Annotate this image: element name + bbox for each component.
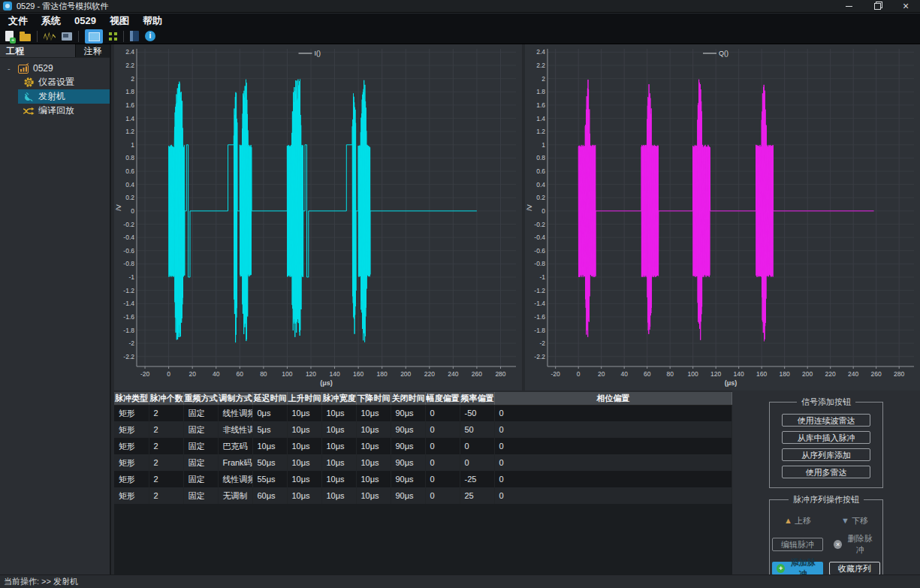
tab-project[interactable]: 工程 [0, 44, 75, 57]
table-cell: 2 [149, 471, 183, 487]
new-file-icon[interactable] [5, 31, 14, 41]
window-controls: × [834, 0, 920, 13]
sidebar-tabs: 工程 注释 [0, 44, 110, 58]
table-cell: 矩形 [114, 471, 149, 487]
move-down-button[interactable]: ▼下移 [829, 514, 880, 527]
table-cell: 0 [494, 487, 732, 504]
svg-text:2.4: 2.4 [536, 48, 545, 56]
project-tree: -0529仪器设置发射机编译回放 [0, 58, 110, 118]
edit-pulse-button[interactable]: 编辑脉冲 [772, 538, 823, 551]
menu-item-view[interactable]: 视图 [103, 14, 136, 29]
column-header-11[interactable]: 相位偏置 [494, 392, 732, 405]
svg-text:240: 240 [448, 370, 458, 378]
close-button[interactable]: × [891, 0, 920, 13]
svg-text:180: 180 [377, 370, 388, 378]
tree-item-label: 发射机 [38, 90, 65, 103]
tree-item-transmitter[interactable]: 发射机 [18, 89, 110, 104]
svg-text:1: 1 [541, 141, 545, 149]
svg-text:-0.8: -0.8 [534, 260, 545, 267]
app-logo-icon [3, 2, 12, 11]
waveform-plot: 2.42.221.81.61.41.210.80.60.40.20-0.2-0.… [114, 44, 522, 390]
add-from-sequence-library-button[interactable]: 从序列库添加 [782, 448, 870, 461]
table-cell: 90μs [391, 454, 425, 471]
table-cell: 50 [460, 421, 494, 438]
tree-item-label: 仪器设置 [38, 76, 74, 89]
column-header-4[interactable]: 延迟时间 [252, 392, 287, 405]
table-cell: -25 [460, 471, 494, 487]
restore-button[interactable] [863, 0, 891, 13]
table-cell: 10μs [356, 454, 391, 471]
use-cw-radar-button[interactable]: 使用连续波雷达 [782, 414, 870, 427]
svg-text:0.6: 0.6 [536, 167, 545, 175]
open-folder-icon[interactable] [20, 34, 31, 41]
grid-dots-icon[interactable] [109, 32, 117, 41]
notebook-icon[interactable] [130, 31, 139, 41]
tab-notes[interactable]: 注释 [75, 44, 110, 57]
table-row[interactable]: 矩形2固定巴克码10μs10μs10μs10μs90μs000 [114, 438, 732, 454]
column-header-2[interactable]: 重频方式 [183, 392, 218, 405]
table-row[interactable]: 矩形2固定线性调频55μs10μs10μs10μs90μs0-250 [114, 471, 732, 487]
column-header-9[interactable]: 幅度偏置 [425, 392, 460, 405]
table-row[interactable]: 矩形2固定Frank码50μs10μs10μs10μs90μs000 [114, 454, 732, 471]
table-row[interactable]: 矩形2固定线性调频0μs10μs10μs10μs90μs0-500 [114, 405, 732, 421]
menu-item-0529[interactable]: 0529 [68, 14, 103, 29]
column-header-0[interactable]: 脉冲类型 [114, 392, 149, 405]
screenshot-monitor-icon[interactable] [62, 32, 72, 41]
table-cell: 60μs [252, 487, 287, 504]
tree-item-instrument-settings[interactable]: 仪器设置 [18, 75, 110, 89]
table-cell: 10μs [252, 438, 287, 454]
status-bar: 当前操作: >> 发射机 [0, 574, 920, 588]
move-up-button[interactable]: ▲上移 [772, 514, 823, 527]
svg-text:(μs): (μs) [725, 379, 738, 387]
pulse-ops-group-title: 脉冲序列操作按钮 [789, 494, 864, 505]
table-row[interactable]: 矩形2固定无调制60μs10μs10μs10μs90μs0250 [114, 487, 732, 504]
svg-text:-2.2: -2.2 [534, 353, 545, 360]
column-header-1[interactable]: 脉冲个数 [149, 392, 183, 405]
svg-text:-0.4: -0.4 [123, 234, 134, 241]
i-waveform-chart: 2.42.221.81.61.41.210.80.60.40.20-0.2-0.… [114, 44, 522, 390]
table-cell: 非线性调频 [218, 421, 252, 438]
waveform-icon[interactable] [44, 32, 56, 41]
menu-item-help[interactable]: 帮助 [136, 14, 169, 29]
svg-text:2.4: 2.4 [125, 48, 134, 56]
edit-pulse-label: 编辑脉冲 [781, 539, 814, 550]
insert-pulse-from-library-button[interactable]: 从库中插入脉冲 [782, 431, 870, 444]
table-cell: 10μs [321, 487, 356, 504]
table-cell: 10μs [356, 421, 391, 438]
column-header-3[interactable]: 调制方式 [218, 392, 252, 405]
svg-text:2: 2 [131, 75, 134, 83]
column-header-7[interactable]: 下降时间 [356, 392, 391, 405]
svg-text:200: 200 [400, 370, 411, 378]
svg-text:(μs): (μs) [320, 379, 333, 387]
svg-text:Q(): Q() [719, 50, 728, 57]
menu-item-file[interactable]: 文件 [2, 14, 35, 29]
add-pulse-button[interactable]: +添加脉冲 [772, 562, 823, 575]
column-header-8[interactable]: 关闭时间 [391, 392, 425, 405]
svg-text:-20: -20 [551, 370, 561, 378]
panel-active-icon[interactable] [85, 29, 103, 44]
svg-text:-2: -2 [128, 339, 134, 347]
svg-text:120: 120 [710, 370, 721, 378]
table-row[interactable]: 矩形2固定非线性调频5μs10μs10μs10μs90μs0500 [114, 421, 732, 438]
table-cell: Frank码 [218, 454, 252, 471]
info-icon[interactable] [145, 31, 155, 41]
svg-text:240: 240 [848, 370, 858, 378]
table-cell: -50 [460, 405, 494, 421]
column-header-6[interactable]: 脉冲宽度 [321, 392, 356, 405]
table-cell: 90μs [391, 471, 425, 487]
menu-item-system[interactable]: 系统 [35, 14, 68, 29]
svg-text:260: 260 [472, 370, 482, 378]
tree-expander-icon[interactable]: - [8, 64, 14, 73]
app-window: 0529 - 雷达信号模拟软件 × 文件系统0529视图帮助 工程 注释 -05… [0, 0, 920, 588]
column-header-10[interactable]: 频率偏置 [460, 392, 494, 405]
svg-text:I(): I() [315, 50, 321, 57]
use-multi-radar-button[interactable]: 使用多雷达 [782, 466, 870, 478]
tree-item-compile-playback[interactable]: 编译回放 [18, 104, 110, 118]
svg-text:1.4: 1.4 [536, 115, 545, 122]
delete-pulse-button[interactable]: ×删除脉冲 [829, 538, 880, 551]
tree-item-root[interactable]: -0529 [0, 61, 110, 75]
column-header-5[interactable]: 上升时间 [287, 392, 321, 405]
svg-text:200: 200 [802, 370, 813, 378]
minimize-button[interactable] [834, 0, 863, 13]
save-sequence-button[interactable]: 收藏序列 [829, 562, 880, 575]
